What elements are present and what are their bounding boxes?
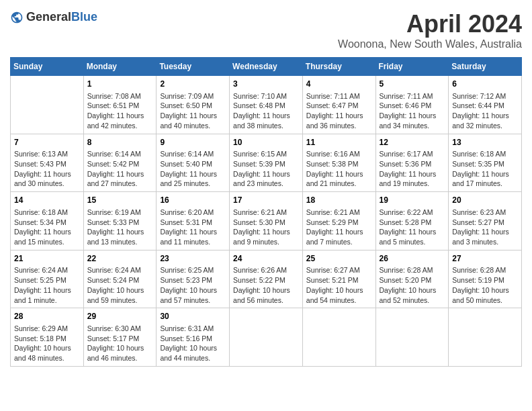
- day-info: Sunset: 5:31 PM: [160, 218, 226, 228]
- day-info: Sunset: 5:43 PM: [14, 159, 80, 169]
- day-number: 2: [160, 79, 226, 90]
- day-info: Daylight: 11 hours: [452, 227, 518, 237]
- day-info: Sunrise: 6:15 AM: [233, 149, 299, 159]
- day-info: Sunrise: 6:24 AM: [87, 265, 153, 275]
- day-number: 20: [452, 195, 518, 206]
- logo-text: GeneralBlue: [26, 10, 97, 24]
- day-info: and 19 minutes.: [380, 179, 445, 189]
- day-info: Daylight: 11 hours: [306, 111, 372, 121]
- calendar-cell: 25Sunrise: 6:27 AMSunset: 5:21 PMDayligh…: [302, 250, 375, 308]
- day-number: 10: [233, 137, 299, 148]
- location-title: Woonona, New South Wales, Australia: [338, 38, 522, 50]
- day-info: Sunrise: 7:12 AM: [452, 91, 518, 101]
- day-info: Sunset: 5:36 PM: [380, 159, 445, 169]
- day-info: and 52 minutes.: [380, 295, 445, 306]
- day-info: Daylight: 10 hours: [452, 285, 518, 295]
- page-header: GeneralBlue April 2024 Woonona, New Sout…: [10, 10, 522, 50]
- day-info: Sunset: 5:39 PM: [233, 159, 299, 169]
- calendar-cell: 24Sunrise: 6:26 AMSunset: 5:22 PMDayligh…: [230, 250, 303, 308]
- day-info: Daylight: 11 hours: [87, 169, 153, 179]
- calendar-table: SundayMondayTuesdayWednesdayThursdayFrid…: [10, 57, 522, 367]
- day-number: 19: [380, 195, 445, 206]
- day-info: Sunset: 5:33 PM: [87, 218, 153, 228]
- calendar-cell: 18Sunrise: 6:21 AMSunset: 5:29 PMDayligh…: [302, 192, 375, 250]
- day-number: 3: [233, 79, 299, 90]
- calendar-cell: 4Sunrise: 7:11 AMSunset: 6:47 PMDaylight…: [302, 76, 375, 134]
- calendar-cell: 29Sunrise: 6:30 AMSunset: 5:17 PMDayligh…: [83, 308, 157, 367]
- day-number: 5: [380, 79, 445, 90]
- day-info: Daylight: 11 hours: [160, 227, 226, 237]
- day-info: Daylight: 11 hours: [452, 169, 518, 179]
- day-number: 21: [14, 253, 80, 265]
- day-info: Daylight: 11 hours: [306, 227, 372, 237]
- day-info: Sunset: 6:47 PM: [306, 101, 372, 111]
- day-info: and 38 minutes.: [233, 121, 299, 131]
- day-info: Sunrise: 6:28 AM: [380, 265, 445, 275]
- day-info: Daylight: 10 hours: [87, 285, 153, 295]
- day-info: and 23 minutes.: [233, 179, 299, 189]
- day-number: 25: [306, 253, 372, 265]
- calendar-cell: 16Sunrise: 6:20 AMSunset: 5:31 PMDayligh…: [157, 192, 230, 250]
- day-info: Sunset: 5:25 PM: [14, 275, 80, 285]
- calendar-cell: 20Sunrise: 6:23 AMSunset: 5:27 PMDayligh…: [449, 192, 522, 250]
- day-number: 9: [160, 137, 226, 148]
- day-info: Sunset: 5:35 PM: [452, 159, 518, 169]
- weekday-header: Wednesday: [230, 58, 303, 76]
- calendar-cell: 23Sunrise: 6:25 AMSunset: 5:23 PMDayligh…: [157, 250, 230, 308]
- day-info: and 46 minutes.: [87, 353, 153, 363]
- day-number: 16: [160, 195, 226, 206]
- day-number: 1: [87, 79, 153, 90]
- day-number: 13: [452, 137, 518, 148]
- day-info: Daylight: 10 hours: [233, 285, 299, 295]
- day-info: Sunrise: 6:16 AM: [306, 149, 372, 159]
- day-info: Sunset: 5:27 PM: [452, 218, 518, 228]
- day-info: Daylight: 10 hours: [14, 343, 80, 353]
- calendar-cell: [449, 308, 522, 367]
- day-info: Sunrise: 6:29 AM: [14, 324, 80, 334]
- calendar-cell: 26Sunrise: 6:28 AMSunset: 5:20 PMDayligh…: [375, 250, 449, 308]
- calendar-cell: 3Sunrise: 7:10 AMSunset: 6:48 PMDaylight…: [230, 76, 303, 134]
- day-info: Daylight: 10 hours: [380, 285, 445, 295]
- day-info: Daylight: 11 hours: [87, 227, 153, 237]
- day-info: Sunset: 6:50 PM: [160, 101, 226, 111]
- day-info: Sunrise: 6:25 AM: [160, 265, 226, 275]
- weekday-header: Saturday: [449, 58, 522, 76]
- day-info: and 21 minutes.: [306, 179, 372, 189]
- day-info: and 50 minutes.: [452, 295, 518, 306]
- weekday-header: Monday: [83, 58, 157, 76]
- logo: GeneralBlue: [10, 10, 97, 24]
- day-number: 26: [380, 253, 445, 265]
- day-info: Daylight: 11 hours: [160, 169, 226, 179]
- day-info: and 13 minutes.: [87, 237, 153, 247]
- day-info: and 7 minutes.: [306, 237, 372, 247]
- calendar-cell: 22Sunrise: 6:24 AMSunset: 5:24 PMDayligh…: [83, 250, 157, 308]
- day-info: Daylight: 11 hours: [380, 111, 445, 121]
- logo-icon: [10, 11, 24, 24]
- calendar-cell: 6Sunrise: 7:12 AMSunset: 6:44 PMDaylight…: [449, 76, 522, 134]
- calendar-cell: 1Sunrise: 7:08 AMSunset: 6:51 PMDaylight…: [83, 76, 157, 134]
- calendar-cell: 7Sunrise: 6:13 AMSunset: 5:43 PMDaylight…: [11, 134, 84, 192]
- day-info: Sunset: 5:38 PM: [306, 159, 372, 169]
- day-info: Sunrise: 6:26 AM: [233, 265, 299, 275]
- day-info: Sunrise: 6:20 AM: [160, 208, 226, 218]
- calendar-cell: 8Sunrise: 6:14 AMSunset: 5:42 PMDaylight…: [83, 134, 157, 192]
- calendar-week-row: 28Sunrise: 6:29 AMSunset: 5:18 PMDayligh…: [11, 308, 522, 367]
- day-info: and 44 minutes.: [160, 353, 226, 363]
- calendar-cell: 17Sunrise: 6:21 AMSunset: 5:30 PMDayligh…: [230, 192, 303, 250]
- day-info: Sunset: 5:42 PM: [87, 159, 153, 169]
- day-number: 11: [306, 137, 372, 148]
- calendar-cell: 9Sunrise: 6:14 AMSunset: 5:40 PMDaylight…: [157, 134, 230, 192]
- calendar-cell: [230, 308, 303, 367]
- day-info: Sunset: 5:19 PM: [452, 275, 518, 285]
- day-info: Sunrise: 6:27 AM: [306, 265, 372, 275]
- calendar-cell: 30Sunrise: 6:31 AMSunset: 5:16 PMDayligh…: [157, 308, 230, 367]
- day-info: Sunset: 6:46 PM: [380, 101, 445, 111]
- day-info: and 1 minute.: [14, 295, 80, 306]
- day-info: Sunrise: 6:30 AM: [87, 324, 153, 334]
- day-info: Sunset: 5:23 PM: [160, 275, 226, 285]
- day-info: and 54 minutes.: [306, 295, 372, 306]
- day-info: Daylight: 11 hours: [14, 227, 80, 237]
- day-info: Daylight: 11 hours: [452, 111, 518, 121]
- day-info: and 57 minutes.: [160, 295, 226, 306]
- day-info: and 42 minutes.: [87, 121, 153, 131]
